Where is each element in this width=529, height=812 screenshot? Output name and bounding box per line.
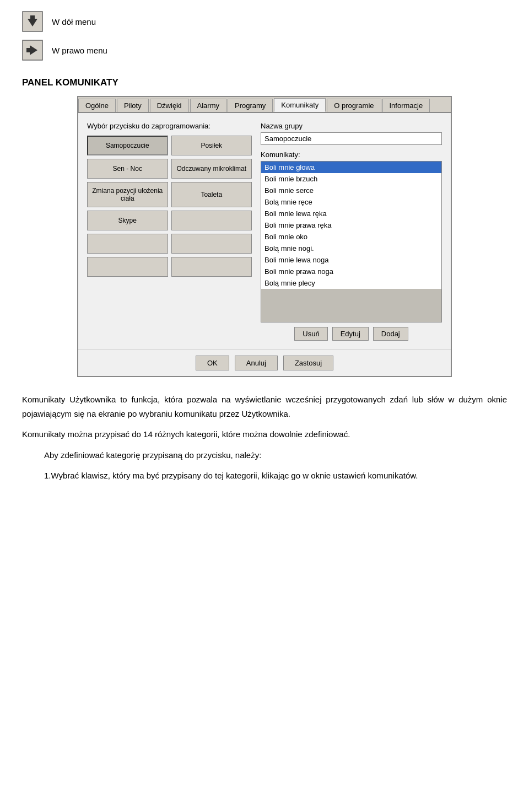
tab-informacje[interactable]: Informacje — [382, 99, 430, 112]
ok-button[interactable]: OK — [196, 356, 229, 370]
description-p3: Aby zdefiniować kategorię przypisaną do … — [22, 448, 507, 463]
list-item-8[interactable]: Boli mnie lewa noga — [261, 254, 441, 266]
wybor-label: Wybór przycisku do zaprogramowania: — [87, 122, 252, 130]
tab-oprogramie[interactable]: O programie — [327, 99, 381, 112]
edytuj-button[interactable]: Edytuj — [332, 327, 369, 341]
dialog-window: Ogólne Piloty Dźwięki Alarmy Programy Ko… — [77, 96, 452, 377]
description-p4: 1.Wybrać klawisz, który ma być przypisan… — [22, 469, 507, 483]
list-item-2[interactable]: Boli mnie serce — [261, 185, 441, 196]
list-item-4[interactable]: Boli mnie lewa ręka — [261, 208, 441, 219]
right-arrow-icon — [22, 40, 43, 61]
section-title: PANEL KOMUNIKATY — [22, 77, 507, 88]
list-empty-area — [261, 289, 441, 322]
down-icon-label: W dół menu — [52, 17, 96, 26]
btn-zmiana-pozycji[interactable]: Zmiana pozycji ułożenia ciała — [87, 182, 168, 207]
right-panel: Nazwa grupy Samopoczucie Komunikaty: Bol… — [261, 122, 442, 341]
list-item-0[interactable]: Boli mnie głowa — [261, 162, 441, 173]
list-item-6[interactable]: Boli mnie oko — [261, 231, 441, 243]
down-icon-row: W dół menu — [22, 11, 507, 32]
list-actions: Usuń Edytuj Dodaj — [261, 327, 442, 341]
usun-button[interactable]: Usuń — [294, 327, 327, 341]
list-item-10[interactable]: Bolą mnie plecy — [261, 277, 441, 289]
tab-programy[interactable]: Programy — [228, 99, 273, 112]
list-item-5[interactable]: Boli mnie prawa ręka — [261, 219, 441, 231]
description-p2: Komunikaty można przypisać do 14 różnych… — [22, 427, 507, 442]
left-panel: Wybór przycisku do zaprogramowania: Samo… — [87, 122, 252, 341]
svg-rect-2 — [30, 15, 35, 20]
komunikaty-list[interactable]: Boli mnie głowa Boli mnie brzuch Boli mn… — [261, 161, 442, 322]
tab-komunikaty[interactable]: Komunikaty — [274, 98, 326, 112]
btn-samopoczucie[interactable]: Samopoczucie — [87, 136, 168, 155]
list-item-7[interactable]: Bolą mnie nogi. — [261, 243, 441, 254]
list-item-1[interactable]: Boli mnie brzuch — [261, 173, 441, 185]
btn-empty-5[interactable] — [171, 257, 252, 277]
tab-alarmy[interactable]: Alarmy — [190, 99, 226, 112]
description-p1: Komunikaty Użytkownika to funkcja, która… — [22, 392, 507, 421]
dialog-footer: OK Anuluj Zastosuj — [78, 349, 451, 376]
btn-empty-2[interactable] — [87, 234, 168, 254]
right-icon-label: W prawo menu — [52, 46, 107, 55]
btn-sen-noc[interactable]: Sen - Noc — [87, 159, 168, 179]
dialog-tabs: Ogólne Piloty Dźwięki Alarmy Programy Ko… — [78, 97, 451, 113]
btn-posilek[interactable]: Posiłek — [171, 136, 252, 155]
right-icon-row: W prawo menu — [22, 40, 507, 61]
btn-odczuwany[interactable]: Odczuwany mikroklimat — [171, 159, 252, 179]
svg-rect-5 — [26, 48, 31, 52]
list-item-3[interactable]: Bolą mnie ręce — [261, 196, 441, 208]
dodaj-button[interactable]: Dodaj — [373, 327, 408, 341]
down-arrow-icon — [22, 11, 43, 32]
tab-ogolne[interactable]: Ogólne — [78, 99, 116, 112]
list-item-9[interactable]: Boli mnie prawa noga — [261, 266, 441, 277]
button-grid: Samopoczucie Posiłek Sen - Noc Odczuwany… — [87, 136, 252, 277]
btn-skype[interactable]: Skype — [87, 211, 168, 230]
anuluj-button[interactable]: Anuluj — [235, 356, 278, 370]
btn-empty-1[interactable] — [171, 211, 252, 230]
tab-piloty[interactable]: Piloty — [117, 99, 149, 112]
group-name-field[interactable]: Samopoczucie — [261, 132, 442, 145]
zastosuj-button[interactable]: Zastosuj — [283, 356, 333, 370]
komunikaty-label: Komunikaty: — [261, 150, 442, 159]
top-icons-section: W dół menu W prawo menu — [22, 11, 507, 61]
dialog-body: Wybór przycisku do zaprogramowania: Samo… — [78, 113, 451, 349]
description-section: Komunikaty Użytkownika to funkcja, która… — [22, 392, 507, 483]
btn-toaleta[interactable]: Toaleta — [171, 182, 252, 207]
tab-dzwieki[interactable]: Dźwięki — [150, 99, 189, 112]
btn-empty-3[interactable] — [171, 234, 252, 254]
group-name-label: Nazwa grupy — [261, 122, 442, 130]
btn-empty-4[interactable] — [87, 257, 168, 277]
